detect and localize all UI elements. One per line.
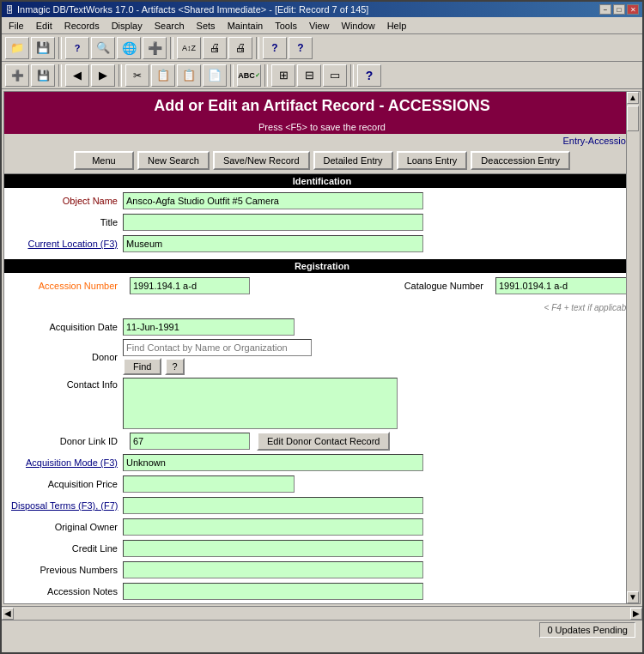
toolbar-grid1[interactable]: ⊞ — [271, 64, 295, 87]
catalogue-number-input[interactable] — [495, 277, 633, 294]
previous-numbers-label: Previous Numbers — [11, 565, 123, 575]
title-row: Title — [11, 213, 633, 232]
credit-line-row: Credit Line — [11, 539, 633, 558]
catalogue-number-label: Catalogue Number — [403, 281, 489, 291]
toolbar-1: 📁 💾 ? 🔍 🌐 ➕ A↕Z 🖨 🖨 ? ? — [2, 34, 642, 62]
toolbar-sort-az[interactable]: A↕Z — [177, 37, 201, 59]
disposal-terms-input[interactable] — [123, 497, 423, 514]
donor-link-id-input[interactable] — [130, 433, 250, 450]
toolbar-2: ➕ 💾 ◀ ▶ ✂ 📋 📋 📄 ABC✓ ⊞ ⊟ ▭ ? — [2, 62, 642, 89]
current-location-input[interactable] — [123, 235, 423, 252]
toolbar-find[interactable]: 🔍 — [91, 37, 115, 59]
acquisition-mode-input[interactable] — [123, 454, 423, 471]
toolbar-next[interactable]: ▶ — [91, 64, 115, 87]
object-name-input[interactable] — [123, 192, 423, 209]
vertical-scrollbar[interactable]: ▲ ▼ — [626, 92, 640, 603]
identification-section: Object Name Title Current Location (F3) — [4, 188, 640, 259]
credit-line-input[interactable] — [123, 540, 423, 557]
contact-info-row: Contact Info — [11, 378, 633, 429]
acquisition-mode-label[interactable]: Acquisition Mode (F3) — [11, 457, 123, 468]
current-location-label[interactable]: Current Location (F3) — [11, 239, 123, 249]
menu-window[interactable]: Window — [337, 19, 380, 33]
minimize-button[interactable]: − — [599, 4, 611, 15]
accession-notes-input[interactable] — [123, 583, 423, 600]
toolbar-open[interactable]: 📁 — [5, 37, 29, 59]
toolbar-print[interactable]: 🖨 — [203, 37, 227, 59]
acquisition-mode-row: Acquisition Mode (F3) — [11, 453, 633, 472]
toolbar-help[interactable]: ? — [65, 37, 89, 59]
main-content: Add or Edit an Artifact Record - ACCESSI… — [3, 91, 641, 604]
object-name-label: Object Name — [11, 196, 123, 206]
disposal-terms-label[interactable]: Disposal Terms (F3), (F7) — [11, 500, 123, 511]
toolbar-sep-5 — [118, 64, 122, 87]
original-owner-row: Original Owner — [11, 518, 633, 536]
current-location-row: Current Location (F3) — [11, 234, 633, 253]
menu-help[interactable]: Help — [382, 19, 412, 33]
toolbar-info[interactable]: ? — [289, 37, 313, 59]
identification-section-header: Identification — [4, 174, 640, 188]
find-button[interactable]: Find — [123, 358, 161, 375]
toolbar-new-record[interactable]: ➕ — [5, 64, 29, 87]
action-buttons: Menu New Search Save/New Record Detailed… — [4, 148, 640, 174]
menu-view[interactable]: View — [304, 19, 335, 33]
form-subheader: Press <F5> to save the record — [4, 120, 640, 134]
donor-question-button[interactable]: ? — [165, 358, 184, 375]
toolbar-cut[interactable]: ✂ — [125, 64, 149, 87]
deaccession-entry-button[interactable]: Deaccession Entry — [471, 151, 570, 170]
close-button[interactable]: ✕ — [627, 4, 639, 15]
title-input[interactable] — [123, 214, 423, 231]
menu-tools[interactable]: Tools — [270, 19, 302, 33]
accession-number-label: Accession Number — [11, 281, 123, 291]
toolbar-copy[interactable]: 📋 — [151, 64, 175, 87]
maximize-button[interactable]: □ — [613, 4, 625, 15]
menu-button[interactable]: Menu — [74, 151, 134, 170]
toolbar-sep-7 — [264, 64, 268, 87]
title-bar: 🗄 Inmagic DB/TextWorks 17.0 - Artifacts … — [2, 2, 642, 17]
edit-donor-button[interactable]: Edit Donor Contact Record — [257, 432, 390, 451]
toolbar-grid2[interactable]: ⊟ — [297, 64, 321, 87]
toolbar-sep-6 — [230, 64, 234, 87]
toolbar-save-record[interactable]: 💾 — [31, 64, 55, 87]
toolbar-globe[interactable]: 🌐 — [117, 37, 141, 59]
accession-number-input[interactable] — [130, 277, 250, 294]
form-header: Add or Edit an Artifact Record - ACCESSI… — [4, 92, 640, 120]
donor-input[interactable] — [123, 339, 312, 356]
toolbar-save[interactable]: 💾 — [31, 37, 55, 59]
loans-entry-button[interactable]: Loans Entry — [397, 151, 468, 170]
acquisition-price-label: Acquisition Price — [11, 479, 123, 489]
menu-display[interactable]: Display — [106, 19, 148, 33]
acquisition-date-row: Acquisition Date — [11, 318, 633, 336]
menu-bar: File Edit Records Display Search Sets Ma… — [2, 17, 642, 34]
horizontal-scrollbar[interactable]: ◀ ▶ — [2, 606, 642, 620]
toolbar-paste[interactable]: 📋 — [177, 64, 201, 87]
toolbar-rect[interactable]: ▭ — [323, 64, 347, 87]
toolbar-doc[interactable]: 📄 — [203, 64, 227, 87]
toolbar-print2[interactable]: 🖨 — [228, 37, 252, 59]
donor-row: Donor Find ? — [11, 339, 633, 375]
updates-pending: 0 Updates Pending — [539, 622, 635, 638]
toolbar-question[interactable]: ? — [263, 37, 287, 59]
donor-link-id-row: Donor Link ID Edit Donor Contact Record — [11, 432, 633, 451]
acquisition-date-label: Acquisition Date — [11, 322, 123, 332]
menu-file[interactable]: File — [3, 19, 29, 33]
record-entered-by-row: Record Entered By (F3) — [11, 603, 633, 604]
save-new-record-button[interactable]: Save/New Record — [213, 151, 310, 170]
toolbar-add[interactable]: ➕ — [143, 37, 167, 59]
menu-records[interactable]: Records — [59, 19, 105, 33]
acquisition-price-input[interactable] — [123, 475, 295, 493]
detailed-entry-button[interactable]: Detailed Entry — [313, 151, 393, 170]
acquisition-date-input[interactable] — [123, 318, 295, 336]
registration-section-header: Registration — [4, 259, 640, 273]
menu-maintain[interactable]: Maintain — [222, 19, 269, 33]
toolbar-prev[interactable]: ◀ — [65, 64, 89, 87]
original-owner-input[interactable] — [123, 518, 423, 536]
catalogue-hint: < F4 + text if applicable — [539, 303, 633, 312]
toolbar-help2[interactable]: ? — [357, 64, 381, 87]
toolbar-spell[interactable]: ABC✓ — [237, 64, 261, 87]
menu-search[interactable]: Search — [149, 19, 190, 33]
new-search-button[interactable]: New Search — [137, 151, 210, 170]
menu-sets[interactable]: Sets — [191, 19, 221, 33]
entry-type: Entry-Accession — [4, 134, 640, 148]
previous-numbers-input[interactable] — [123, 561, 423, 578]
menu-edit[interactable]: Edit — [31, 19, 58, 33]
